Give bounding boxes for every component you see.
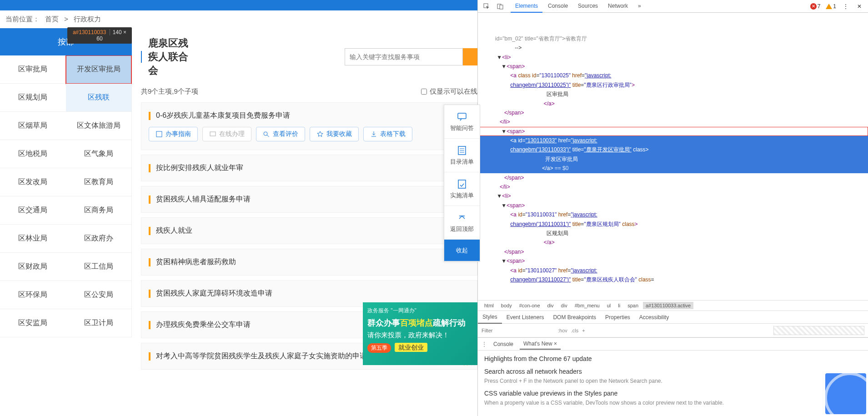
dept-18[interactable]: 区安监局 (0, 309, 66, 337)
hov-toggle[interactable]: :hov (558, 328, 567, 333)
breadcrumb-sep: > (64, 15, 68, 23)
dept-17[interactable]: 区公安局 (66, 281, 132, 309)
dept-13[interactable]: 区政府办 (66, 225, 132, 253)
dept-6[interactable]: 区地税局 (0, 140, 66, 168)
search-input[interactable] (345, 48, 463, 65)
svg-rect-4 (458, 113, 466, 119)
tab-sources[interactable]: Sources (573, 0, 602, 13)
svg-rect-1 (210, 132, 216, 136)
service-item-3[interactable]: 残疾人就业 (141, 217, 477, 244)
crumb-7[interactable]: li (615, 302, 623, 309)
device-icon[interactable] (494, 2, 506, 11)
dept-11[interactable]: 区商务局 (66, 196, 132, 225)
dept-15[interactable]: 区工信局 (66, 253, 132, 281)
dept-14[interactable]: 区财政局 (0, 253, 66, 281)
styles-tab-styles[interactable]: Styles (478, 311, 502, 324)
search-button[interactable] (463, 48, 477, 65)
promo-tag: 就业创业 (395, 343, 427, 352)
dept-16[interactable]: 区环保局 (0, 281, 66, 309)
dept-19[interactable]: 区卫计局 (66, 309, 132, 337)
tab-elements[interactable]: Elements (511, 0, 542, 13)
item-bar-icon (149, 352, 151, 361)
dom-breadcrumb[interactable]: htmlbody#con-onedivdiv#bm_menuullispana#… (478, 300, 868, 311)
tooltip-id: a#130110033 (73, 29, 106, 35)
dept-2[interactable]: 区规划局 (0, 84, 66, 112)
float-collapse[interactable]: 收起 (444, 240, 480, 261)
item-title: 贫困精神病患者服药救助 (156, 257, 236, 267)
dept-10[interactable]: 区交通局 (0, 196, 66, 225)
fav-button[interactable]: 我要收藏 (310, 127, 359, 141)
dept-12[interactable]: 区林业局 (0, 225, 66, 253)
service-item-0[interactable]: 0-6岁残疾儿童基本康复项目免费服务申请办事指南在线办理查看评价我要收藏表格下载 (141, 102, 477, 150)
styles-tabs: StylesEvent ListenersDOM BreakpointsProp… (478, 311, 868, 324)
tab-network[interactable]: Network (603, 0, 632, 13)
crumb-9[interactable]: a#130110033.active (643, 302, 693, 309)
dept-sidebar: 按部 a#130110033 140 × 60 区审批局开发区审批局区规划局区残… (0, 28, 132, 374)
drawer-tab-whatsnew[interactable]: What's New × (520, 339, 561, 350)
cls-toggle[interactable]: .cls (571, 328, 579, 333)
float-top[interactable]: 返回顶部 (444, 206, 480, 240)
devtools-panel: Elements Console Sources Network » ✕7 1 … (477, 0, 868, 416)
inspect-icon[interactable] (481, 2, 492, 11)
whatsnew-p1: Press Control + F in the Network panel t… (484, 377, 862, 385)
whatsnew-art (825, 373, 866, 414)
service-item-2[interactable]: 贫困残疾人辅具适配服务申请 (141, 186, 477, 213)
drawer-tab-console[interactable]: Console (490, 339, 517, 349)
download-button[interactable]: 表格下载 (363, 127, 412, 141)
tab-more[interactable]: » (633, 0, 646, 13)
styles-tab-dom-breakpoints[interactable]: DOM Breakpoints (548, 311, 601, 323)
crumb-5[interactable]: #bm_menu (572, 302, 602, 309)
service-item-1[interactable]: 按比例安排残疾人就业年审 (141, 155, 477, 181)
crumb-4[interactable]: div (558, 302, 570, 309)
item-bar-icon (149, 112, 151, 120)
only-online-checkbox[interactable]: 仅显示可以在线 (421, 87, 477, 96)
dept-1[interactable]: 开发区审批局 (66, 55, 132, 84)
add-rule-icon[interactable]: + (582, 328, 585, 333)
breadcrumb-current[interactable]: 行政权力 (74, 15, 101, 23)
crumb-1[interactable]: body (498, 302, 515, 309)
only-online-input[interactable] (421, 89, 427, 95)
float-chat[interactable]: 智能问答 (444, 105, 480, 139)
float-doc[interactable]: 实施清单 (444, 172, 480, 206)
crumb-6[interactable]: ul (604, 302, 614, 309)
close-devtools-icon[interactable]: ✕ (853, 2, 865, 11)
settings-icon[interactable]: ⋮ (840, 2, 852, 11)
dept-5[interactable]: 区文体旅游局 (66, 112, 132, 140)
crumb-8[interactable]: span (625, 302, 641, 309)
website-panel: 当前位置： 首页 > 行政权力 按部 a#130110033 140 × 60 … (0, 0, 477, 416)
styles-filter-row: :hov .cls + (478, 324, 868, 337)
review-button[interactable]: 查看评价 (256, 127, 305, 141)
dept-0[interactable]: 区审批局 (0, 55, 66, 84)
error-count[interactable]: ✕7 (810, 3, 821, 10)
close-icon[interactable]: × (554, 341, 557, 347)
crumb-2[interactable]: #con-one (517, 302, 543, 309)
styles-tab-accessibility[interactable]: Accessibility (635, 311, 673, 323)
warning-count[interactable]: 1 (826, 3, 836, 10)
crumb-3[interactable]: div (545, 302, 557, 309)
tab-console[interactable]: Console (543, 0, 572, 13)
float-list[interactable]: 目录清单 (444, 139, 480, 172)
guide-button[interactable]: 办事指南 (149, 127, 198, 141)
dept-3[interactable]: 区残联 (66, 84, 132, 112)
elements-tree[interactable]: id="bm_02" title="省教育厅">省教育厅 --> ▼<li> ▼… (478, 13, 868, 300)
drawer-menu-icon[interactable]: ⋮ (482, 341, 487, 347)
item-title: 残疾人就业 (156, 226, 192, 236)
styles-filter-input[interactable] (482, 328, 554, 333)
promo-tags: 第五季 就业创业 (367, 343, 473, 353)
breadcrumb-home[interactable]: 首页 (45, 15, 59, 23)
online-button[interactable]: 在线办理 (202, 127, 251, 141)
service-item-4[interactable]: 贫困精神病患者服药救助 (141, 249, 477, 276)
whatsnew-body: Highlights from the Chrome 67 update Sea… (478, 351, 868, 416)
item-bar-icon (149, 195, 151, 204)
styles-tab-properties[interactable]: Properties (601, 311, 635, 323)
styles-tab-event-listeners[interactable]: Event Listeners (502, 311, 549, 323)
crumb-0[interactable]: html (482, 302, 497, 309)
dept-4[interactable]: 区烟草局 (0, 112, 66, 140)
promo-banner[interactable]: 政务服务 "一网通办" 群众办事百项堵点疏解行动 请你来投票，政府来解决！ 第五… (363, 302, 477, 365)
dept-8[interactable]: 区发改局 (0, 168, 66, 196)
page-title: 鹿泉区残疾人联合会 (141, 36, 190, 77)
only-online-label: 仅显示可以在线 (430, 87, 477, 96)
dept-7[interactable]: 区气象局 (66, 140, 132, 168)
dept-9[interactable]: 区教育局 (66, 168, 132, 196)
svg-line-3 (267, 135, 269, 137)
